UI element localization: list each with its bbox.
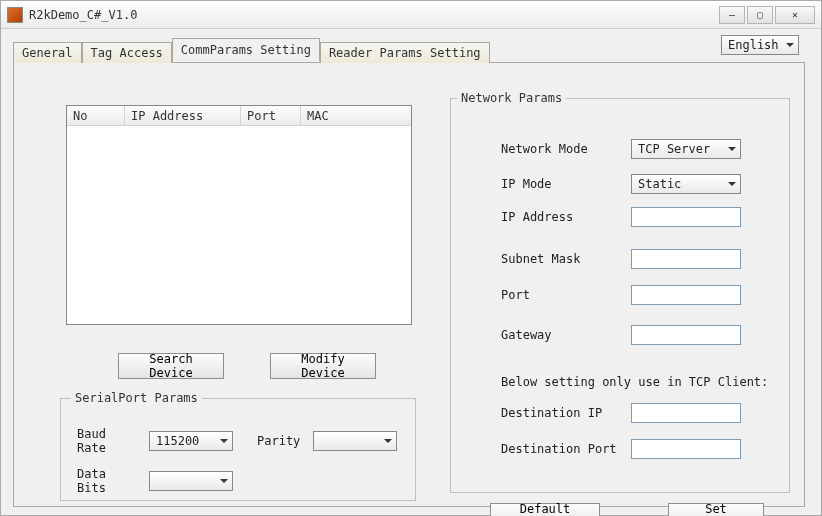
parity-select[interactable]	[313, 431, 397, 451]
gateway-label: Gateway	[501, 328, 631, 342]
data-bits-select[interactable]	[149, 471, 233, 491]
data-bits-label: Data Bits	[77, 467, 141, 495]
network-mode-value: TCP Server	[638, 142, 710, 156]
ip-address-label: IP Address	[501, 210, 631, 224]
close-button[interactable]: ✕	[775, 6, 815, 24]
tab-commparams-setting[interactable]: CommParams Setting	[172, 38, 320, 62]
subnet-mask-input[interactable]	[631, 249, 741, 269]
window-controls: – ▢ ✕	[719, 6, 815, 24]
table-header: No IP Address Port MAC	[67, 106, 411, 126]
device-table[interactable]: No IP Address Port MAC	[66, 105, 412, 325]
search-device-button[interactable]: Search Device	[118, 353, 224, 379]
tcp-client-note: Below setting only use in TCP Client:	[501, 375, 768, 389]
maximize-button[interactable]: ▢	[747, 6, 773, 24]
tab-general[interactable]: General	[13, 42, 82, 63]
baud-rate-select[interactable]: 115200	[149, 431, 233, 451]
gateway-input[interactable]	[631, 325, 741, 345]
tab-tag-access[interactable]: Tag Access	[82, 42, 172, 63]
default-params-button[interactable]: Default Params	[490, 503, 600, 516]
minimize-button[interactable]: –	[719, 6, 745, 24]
ip-mode-label: IP Mode	[501, 177, 631, 191]
serialport-legend: SerialPort Params	[71, 391, 202, 405]
tab-reader-params-setting[interactable]: Reader Params Setting	[320, 42, 490, 63]
subnet-mask-label: Subnet Mask	[501, 252, 631, 266]
modify-device-button[interactable]: Modify Device	[270, 353, 376, 379]
destination-port-label: Destination Port	[501, 442, 631, 456]
port-label: Port	[501, 288, 631, 302]
destination-ip-input[interactable]	[631, 403, 741, 423]
app-icon	[7, 7, 23, 23]
ip-mode-select[interactable]: Static	[631, 174, 741, 194]
app-window: R2kDemo_C#_V1.0 – ▢ ✕ English General Ta…	[0, 0, 822, 516]
baud-rate-label: Baud Rate	[77, 427, 141, 455]
tab-panel: No IP Address Port MAC Search Device Mod…	[13, 63, 805, 507]
network-params-group: Network Params Network Mode TCP Server I…	[450, 91, 790, 493]
titlebar: R2kDemo_C#_V1.0 – ▢ ✕	[1, 1, 821, 29]
col-mac[interactable]: MAC	[301, 106, 411, 125]
parity-label: Parity	[257, 434, 305, 448]
col-no[interactable]: No	[67, 106, 125, 125]
ip-mode-value: Static	[638, 177, 681, 191]
serialport-params-group: SerialPort Params Baud Rate 115200 Parit…	[60, 391, 416, 501]
col-port[interactable]: Port	[241, 106, 301, 125]
destination-ip-label: Destination IP	[501, 406, 631, 420]
client-area: English General Tag Access CommParams Se…	[5, 29, 817, 511]
set-params-button[interactable]: Set Params	[668, 503, 764, 516]
col-ip[interactable]: IP Address	[125, 106, 241, 125]
port-input[interactable]	[631, 285, 741, 305]
baud-rate-value: 115200	[156, 434, 199, 448]
ip-address-input[interactable]	[631, 207, 741, 227]
network-mode-select[interactable]: TCP Server	[631, 139, 741, 159]
destination-port-input[interactable]	[631, 439, 741, 459]
tabstrip: General Tag Access CommParams Setting Re…	[13, 41, 805, 63]
window-title: R2kDemo_C#_V1.0	[29, 8, 719, 22]
network-mode-label: Network Mode	[501, 142, 631, 156]
network-legend: Network Params	[457, 91, 566, 105]
